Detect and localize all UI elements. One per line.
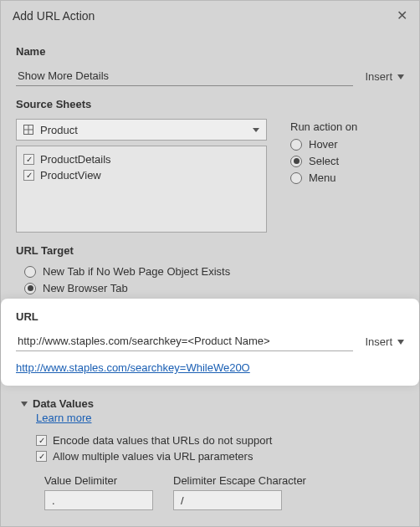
url-label: URL xyxy=(16,310,404,323)
source-dropdown-label: Product xyxy=(40,124,246,136)
checkbox-encode-values[interactable]: ✓ Encode data values that URLs do not su… xyxy=(36,432,404,448)
value-delimiter-input[interactable] xyxy=(44,490,153,510)
url-input[interactable] xyxy=(16,331,353,351)
sheet-item-label: ProductView xyxy=(40,169,101,182)
checkbox-icon: ✓ xyxy=(23,154,34,165)
sheet-item-productview[interactable]: ✓ ProductView xyxy=(23,167,259,183)
radio-label: Menu xyxy=(309,171,336,184)
radio-label: Hover xyxy=(309,138,338,151)
sheet-item-label: ProductDetails xyxy=(40,153,111,166)
radio-new-browser-tab[interactable]: New Browser Tab xyxy=(24,282,404,294)
radio-icon xyxy=(290,172,302,184)
value-delimiter-label: Value Delimiter xyxy=(44,474,153,487)
add-url-action-dialog: Add URL Action ✕ Name Insert Source Shee… xyxy=(0,0,420,527)
radio-label: New Tab if No Web Page Object Exists xyxy=(43,265,230,278)
url-preview-link[interactable]: http://www.staples.com/searchkey=WhileWe… xyxy=(16,361,250,374)
chevron-down-icon xyxy=(21,402,28,407)
radio-icon xyxy=(24,266,36,278)
close-icon[interactable]: ✕ xyxy=(397,8,407,23)
insert-url-button[interactable]: Insert xyxy=(365,335,404,351)
name-input[interactable] xyxy=(16,66,353,86)
radio-icon xyxy=(24,283,36,294)
sheet-item-productdetails[interactable]: ✓ ProductDetails xyxy=(23,151,259,167)
chevron-down-icon xyxy=(253,128,259,132)
url-target-label: URL Target xyxy=(16,244,404,257)
source-sheets-list: ✓ ProductDetails ✓ ProductView xyxy=(16,146,267,233)
checkbox-icon: ✓ xyxy=(23,170,34,181)
insert-name-button[interactable]: Insert xyxy=(365,70,404,86)
radio-label: Select xyxy=(309,155,339,167)
dialog-title: Add URL Action xyxy=(13,9,95,23)
insert-url-label: Insert xyxy=(365,335,392,348)
radio-icon xyxy=(290,139,302,151)
radio-select[interactable]: Select xyxy=(290,155,404,167)
caret-down-icon xyxy=(397,340,404,345)
checkbox-allow-multiple[interactable]: ✓ Allow multiple values via URL paramete… xyxy=(36,448,404,464)
sheet-icon xyxy=(23,125,33,135)
data-values-expander[interactable]: Data Values xyxy=(21,397,404,410)
url-preview: http://www.staples.com/searchkey=WhileWe… xyxy=(16,361,404,374)
radio-icon xyxy=(290,156,302,167)
learn-more-link[interactable]: Learn more xyxy=(36,412,91,424)
radio-hover[interactable]: Hover xyxy=(290,138,404,151)
source-dropdown[interactable]: Product xyxy=(16,119,267,141)
caret-down-icon xyxy=(397,74,404,79)
checkbox-icon: ✓ xyxy=(36,435,47,446)
source-sheets-label: Source Sheets xyxy=(16,98,404,110)
radio-label: New Browser Tab xyxy=(43,282,128,294)
insert-name-label: Insert xyxy=(365,70,392,83)
checkbox-label: Encode data values that URLs do not supp… xyxy=(53,434,272,447)
checkbox-icon: ✓ xyxy=(36,451,47,462)
radio-new-tab-if-no-object[interactable]: New Tab if No Web Page Object Exists xyxy=(24,265,404,278)
radio-menu[interactable]: Menu xyxy=(290,171,404,184)
titlebar: Add URL Action ✕ xyxy=(1,1,419,28)
checkbox-label: Allow multiple values via URL parameters xyxy=(53,450,253,463)
data-values-label: Data Values xyxy=(33,397,94,410)
name-label: Name xyxy=(16,45,404,58)
run-action-group: Run action on Hover Select Menu xyxy=(290,119,404,188)
escape-char-label: Delimiter Escape Character xyxy=(173,474,306,487)
url-panel: URL Insert http://www.staples.com/search… xyxy=(1,299,419,386)
escape-char-input[interactable] xyxy=(173,490,282,510)
learn-more: Learn more xyxy=(36,412,404,424)
run-action-label: Run action on xyxy=(290,120,404,133)
